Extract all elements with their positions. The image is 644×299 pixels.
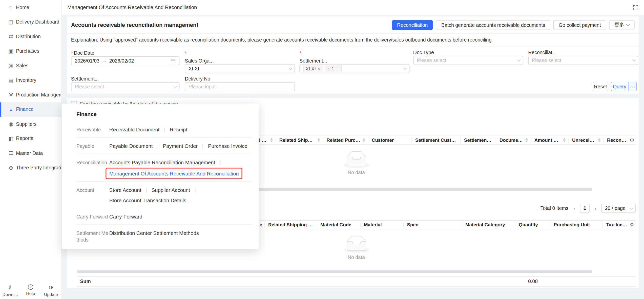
sidebar-item-label: Sales <box>16 63 28 69</box>
table-column-customer: Customer <box>368 136 412 144</box>
recon-status-placeholder: Please select <box>532 57 561 63</box>
column-settings-gear-icon[interactable] <box>630 137 634 143</box>
recon-status-select[interactable]: Please select <box>528 56 638 65</box>
doc-date-start[interactable]: 2026/01/03 <box>75 58 99 64</box>
reset-button[interactable]: Reset <box>593 82 608 91</box>
master-data-icon <box>8 150 14 156</box>
query-button[interactable]: Query <box>611 82 629 91</box>
sidebar-item-label: Inventory <box>16 77 36 83</box>
explanation-text: Explanation: Using "approved" accounts r… <box>67 34 639 46</box>
doc-date-end[interactable]: 2026/02/02 <box>109 58 134 64</box>
table-column-unreceived[interactable]: Unreceived ... <box>569 136 604 144</box>
sidebar-item-purchases[interactable]: Purchases <box>0 44 61 58</box>
table-column-tax-inclusive-unit-price: Tax-Inclusive Unit P... <box>603 221 636 229</box>
horizontal-scrollbar[interactable] <box>77 270 592 273</box>
table-column-related-shipping[interactable]: Related Shippin... <box>276 136 323 144</box>
more-button-label: 更多 <box>614 21 624 28</box>
page-size-select[interactable]: 20 / page <box>601 204 636 213</box>
table-column-settlement-customer: Settlement Customer <box>412 136 461 144</box>
sidebar-item-distribution[interactable]: Distribution <box>0 29 61 44</box>
table-column-document[interactable]: Document ... <box>496 136 531 144</box>
sidebar-item-reports[interactable]: Reports <box>0 131 61 146</box>
menu-link-receipt[interactable]: Receipt <box>170 127 187 133</box>
go-collect-payment-button[interactable]: Go collect payment <box>553 20 606 30</box>
more-filters-button[interactable]: ··· <box>628 82 636 91</box>
table-column-related-purchase[interactable]: Related Purchas... <box>323 136 368 144</box>
sidebar-item-production-management[interactable]: Production Management <box>0 88 61 102</box>
tag-remove-icon[interactable] <box>318 66 320 71</box>
no-data-text: No data <box>348 170 365 175</box>
doc-type-placeholder: Please select <box>417 57 446 63</box>
sidebar-item-sales[interactable]: Sales <box>0 58 61 73</box>
settlement-b-select[interactable]: Please select <box>71 82 179 91</box>
more-button[interactable]: 更多 <box>609 20 635 30</box>
sort-icon[interactable] <box>270 138 273 142</box>
table-column-related-shipping-order: Related Shipping O... <box>265 221 317 229</box>
doc-type-select[interactable]: Please select <box>413 56 523 65</box>
sidebar-item-three-party-integration[interactable]: Three Party Integration <box>0 161 61 175</box>
sidebar-item-delivery-dashboard[interactable]: Delivery Dashboard <box>0 15 61 29</box>
page-title: Accounts receivable reconciliation manag… <box>71 22 198 28</box>
sidebar-item-finance[interactable]: Finance <box>0 102 61 117</box>
menu-link-supplier-account[interactable]: Supplier Account <box>152 187 190 193</box>
menu-link-carry-forward[interactable]: Carry-Forward <box>109 214 142 220</box>
settlement-a-label: * Settlement... <box>299 50 327 64</box>
sidebar-item-label: Home <box>16 4 29 10</box>
sidebar-item-inventory[interactable]: Inventory <box>0 73 61 88</box>
app-root: Home Delivery Dashboard Distribution Pur… <box>0 0 644 299</box>
more-count-tag[interactable]: + 1 ... <box>325 65 342 72</box>
menu-group-receivable: Receivable Receivable Document Receipt <box>76 121 252 138</box>
sidebar: Home Delivery Dashboard Distribution Pur… <box>0 0 61 299</box>
batch-generate-button[interactable]: Batch generate accounts receivable docum… <box>436 20 551 30</box>
chevron-down-icon <box>626 23 630 26</box>
sidebar-item-home[interactable]: Home <box>0 0 61 15</box>
menu-link-accounts-receivable-reconciliation[interactable]: Management Of Accounts Receivable And Re… <box>109 171 239 177</box>
prev-page-icon[interactable] <box>572 205 576 211</box>
menu-link-distribution-center-settlement-methods[interactable]: Distribution Center Settlement Methods <box>109 231 199 236</box>
sidebar-item-label: Delivery Dashboard <box>16 19 59 25</box>
column-settings-gear-icon[interactable] <box>630 222 634 228</box>
selected-tag[interactable]: XI XI <box>303 65 323 72</box>
divider <box>195 188 195 193</box>
menu-link-payable-document[interactable]: Payable Document <box>109 143 153 149</box>
integration-icon <box>8 165 14 171</box>
menu-link-payment-order[interactable]: Payment Order <box>163 143 198 149</box>
topbar-title: Management Of Accounts Receivable And Re… <box>67 5 197 10</box>
fullscreen-icon[interactable] <box>633 5 638 10</box>
update-button[interactable]: Update <box>41 284 60 297</box>
menu-group-settlement-methods: Settlement Methods Distribution Center S… <box>76 225 252 247</box>
sort-icon[interactable] <box>525 138 528 142</box>
next-page-icon[interactable] <box>593 205 598 211</box>
menu-link-store-account-transaction-details[interactable]: Store Account Transaction Details <box>109 198 186 204</box>
dashboard-icon <box>8 19 14 25</box>
menu-link-purchase-invoice[interactable]: Purchase Invoice <box>208 143 247 149</box>
help-button[interactable]: Help <box>21 284 40 297</box>
download-button[interactable]: Downl... <box>1 284 20 297</box>
sort-icon[interactable] <box>563 138 566 142</box>
sort-icon[interactable] <box>598 138 600 142</box>
reconciliation-button[interactable]: Reconciliation <box>392 20 433 30</box>
menu-link-accounts-payable-reconciliation[interactable]: Accounts Payable Reconciliation Manageme… <box>109 160 215 166</box>
sort-icon[interactable] <box>318 138 320 142</box>
delivery-no-input[interactable]: Please input <box>185 82 295 91</box>
current-page[interactable]: 1 <box>580 204 590 213</box>
menu-link-receivable-document[interactable]: Receivable Document <box>109 127 160 133</box>
required-asterisk: * <box>185 51 187 56</box>
sidebar-item-suppliers[interactable]: Suppliers <box>0 117 61 131</box>
sort-icon[interactable] <box>363 138 365 142</box>
page-header: Accounts receivable reconciliation manag… <box>67 16 639 34</box>
settlement-a-multiselect[interactable]: XI XI + 1 ... <box>299 64 409 73</box>
table-column-amount-receivable[interactable]: Amount Rec... <box>531 136 569 144</box>
chevron-down-icon <box>517 58 521 62</box>
pagination: Total 0 Items 1 20 / page <box>541 203 636 214</box>
no-data-text: No data <box>348 254 365 260</box>
doc-date-range-picker[interactable]: 2026/01/03 2026/02/02 <box>71 56 179 65</box>
delivery-no-placeholder: Please input <box>189 84 216 90</box>
menu-link-store-account[interactable]: Store Account <box>109 187 141 193</box>
update-icon <box>49 284 53 290</box>
suppliers-icon <box>8 121 14 127</box>
sales-org-select[interactable]: XI XI <box>185 64 295 73</box>
table-column-material-code: Material Code <box>317 221 361 229</box>
sidebar-item-master-data[interactable]: Master Data <box>0 146 61 161</box>
empty-box-icon <box>343 236 369 253</box>
